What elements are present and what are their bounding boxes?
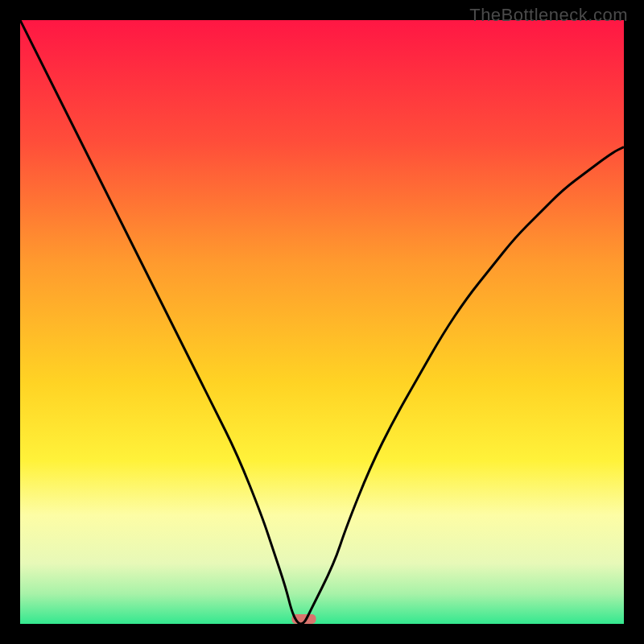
gradient-background [20,20,624,624]
bottleneck-chart [20,20,624,624]
chart-svg [20,20,624,624]
watermark-text: TheBottleneck.com [469,5,628,26]
